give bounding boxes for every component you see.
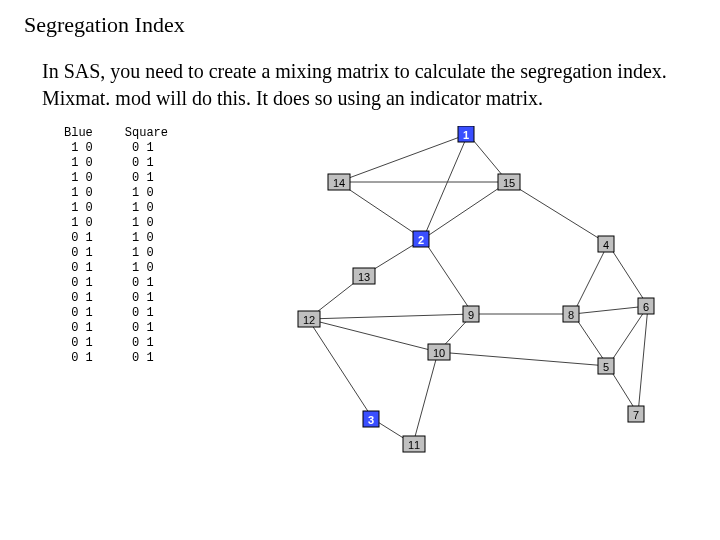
graph-edge: [338, 182, 423, 239]
matrix-row: 0 1: [64, 306, 93, 321]
matrix-row: 0 1: [125, 336, 168, 351]
matrix-row: 1 0: [125, 201, 168, 216]
matrix-row: 1 0: [64, 201, 93, 216]
matrix-row: 0 1: [64, 246, 93, 261]
matrix-row: 1 0: [125, 231, 168, 246]
graph-node-3: 3: [363, 411, 379, 427]
svg-text:1: 1: [463, 129, 469, 141]
page-title: Segregation Index: [24, 12, 696, 38]
matrix-row: 0 1: [64, 336, 93, 351]
matrix-row: 1 0: [64, 186, 93, 201]
matrix-row: 1 0: [64, 156, 93, 171]
graph-edge: [573, 306, 648, 314]
network-graph: 123456789101112131415: [168, 126, 658, 456]
matrix-row: 0 1: [64, 261, 93, 276]
graph-node-8: 8: [563, 306, 579, 322]
matrix-row: 0 1: [64, 291, 93, 306]
svg-text:7: 7: [633, 409, 639, 421]
matrix-square-header: Square: [125, 126, 168, 141]
graph-edge: [423, 134, 468, 239]
svg-text:3: 3: [368, 414, 374, 426]
matrix-row: 1 0: [125, 186, 168, 201]
matrix-row: 0 1: [64, 321, 93, 336]
graph-edge: [508, 182, 608, 244]
matrix-row: 1 0: [64, 216, 93, 231]
matrix-row: 1 0: [64, 171, 93, 186]
svg-text:4: 4: [603, 239, 609, 251]
graph-node-14: 14: [328, 174, 350, 190]
graph-node-10: 10: [428, 344, 450, 360]
graph-edge: [608, 244, 648, 306]
graph-node-11: 11: [403, 436, 425, 452]
svg-text:13: 13: [358, 271, 370, 283]
graph-edge: [608, 306, 648, 366]
matrix-row: 1 0: [125, 216, 168, 231]
svg-text:2: 2: [418, 234, 424, 246]
graph-edge: [438, 352, 608, 366]
svg-text:11: 11: [408, 439, 420, 451]
graph-edge: [413, 352, 438, 444]
graph-node-13: 13: [353, 268, 375, 284]
svg-text:12: 12: [303, 314, 315, 326]
matrix-row: 0 1: [125, 141, 168, 156]
graph-edge: [308, 319, 438, 352]
matrix-row: 0 1: [125, 351, 168, 366]
matrix-row: 1 0: [125, 261, 168, 276]
graph-edge: [308, 314, 473, 319]
matrix-square: Square 0 1 0 1 0 1 1 0 1 0 1 0 1 0 1 0 1…: [125, 126, 168, 366]
graph-node-6: 6: [638, 298, 654, 314]
matrix-row: 0 1: [125, 171, 168, 186]
graph-edge: [338, 134, 468, 182]
svg-text:5: 5: [603, 361, 609, 373]
matrix-row: 0 1: [64, 231, 93, 246]
indicator-matrices: Blue 1 0 1 0 1 0 1 0 1 0 1 0 0 1 0 1 0 1…: [64, 126, 168, 366]
matrix-row: 0 1: [64, 351, 93, 366]
svg-text:15: 15: [503, 177, 515, 189]
svg-text:9: 9: [468, 309, 474, 321]
matrix-row: 0 1: [125, 321, 168, 336]
matrix-row: 0 1: [64, 276, 93, 291]
svg-text:14: 14: [333, 177, 345, 189]
matrix-row: 0 1: [125, 156, 168, 171]
graph-edge: [573, 244, 608, 314]
graph-edge: [423, 239, 473, 314]
matrix-row: 1 0: [64, 141, 93, 156]
graph-node-4: 4: [598, 236, 614, 252]
graph-edge: [308, 319, 373, 419]
graph-node-7: 7: [628, 406, 644, 422]
graph-node-1: 1: [458, 126, 474, 142]
graph-node-5: 5: [598, 358, 614, 374]
graph-node-2: 2: [413, 231, 429, 247]
svg-text:8: 8: [568, 309, 574, 321]
matrix-row: 1 0: [125, 246, 168, 261]
matrix-row: 0 1: [125, 291, 168, 306]
graph-node-15: 15: [498, 174, 520, 190]
matrix-blue-header: Blue: [64, 126, 93, 141]
svg-text:10: 10: [433, 347, 445, 359]
matrix-row: 0 1: [125, 276, 168, 291]
graph-edge: [638, 306, 648, 414]
matrix-row: 0 1: [125, 306, 168, 321]
graph-node-12: 12: [298, 311, 320, 327]
body-text: In SAS, you need to create a mixing matr…: [42, 58, 696, 112]
svg-text:6: 6: [643, 301, 649, 313]
graph-node-9: 9: [463, 306, 479, 322]
matrix-blue: Blue 1 0 1 0 1 0 1 0 1 0 1 0 0 1 0 1 0 1…: [64, 126, 93, 366]
